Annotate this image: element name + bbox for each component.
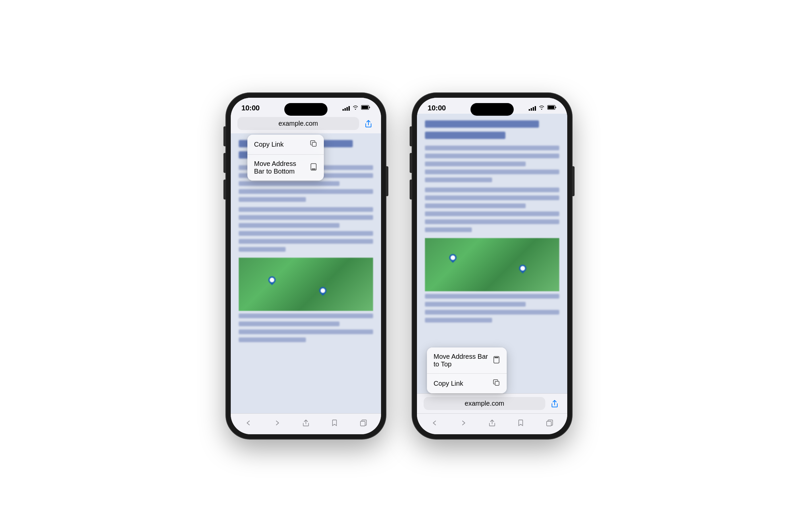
status-icons-left <box>342 105 370 111</box>
battery-icon-left <box>361 105 370 111</box>
content-line <box>239 314 373 318</box>
phone-right: 10:00 <box>412 93 572 439</box>
wifi-icon-right <box>539 105 545 111</box>
bookmarks-button-left[interactable] <box>328 416 341 430</box>
time-right: 10:00 <box>428 104 446 112</box>
tabs-button-right[interactable] <box>543 416 556 430</box>
svg-rect-1 <box>362 106 368 109</box>
web-content-left: Copy Link Move Address Bar to Bottom <box>231 133 381 413</box>
map-pin-1 <box>267 274 277 285</box>
content-line <box>239 322 340 326</box>
content-line <box>425 170 559 174</box>
content-line <box>425 294 559 299</box>
content-line <box>239 338 306 342</box>
content-line <box>425 146 559 150</box>
toolbar-left <box>231 413 381 434</box>
dynamic-island-right <box>471 103 514 116</box>
content-line <box>239 329 373 334</box>
content-line <box>425 195 559 200</box>
time-left: 10:00 <box>241 104 260 112</box>
content-line <box>239 247 286 252</box>
forward-button-left[interactable] <box>271 416 284 430</box>
phone-left-screen: 10:00 <box>231 98 381 434</box>
copy-icon-right <box>493 379 500 388</box>
tabs-button-left[interactable] <box>357 416 370 430</box>
content-line <box>425 227 472 232</box>
menu-item-move-bottom-left[interactable]: Move Address Bar to Bottom <box>247 155 324 180</box>
menu-item-copy-link-right[interactable]: Copy Link <box>427 374 507 393</box>
address-field-left[interactable]: example.com <box>238 117 359 130</box>
content-line <box>425 188 559 192</box>
status-bar-left: 10:00 <box>231 98 381 114</box>
content-line <box>425 204 526 208</box>
web-content-right: Move Address Bar to Top Copy Link <box>417 114 567 393</box>
phone-left: 10:00 <box>226 93 386 439</box>
back-button-left[interactable] <box>242 416 255 430</box>
back-button-right[interactable] <box>428 416 441 430</box>
status-bar-right: 10:00 <box>417 98 567 114</box>
map-pin-2 <box>318 285 328 296</box>
svg-rect-9 <box>494 357 498 358</box>
wifi-icon-left <box>353 105 358 111</box>
phone-right-screen: 10:00 <box>417 98 567 434</box>
context-menu-left: Copy Link Move Address Bar to Bottom <box>247 135 324 180</box>
content-line <box>239 215 373 220</box>
forward-button-right[interactable] <box>457 416 470 430</box>
content-line <box>425 318 492 323</box>
svg-rect-2 <box>312 142 316 146</box>
content-line <box>239 231 373 236</box>
content-line <box>239 181 340 186</box>
content-line <box>425 211 559 216</box>
share-button-right[interactable] <box>549 398 560 410</box>
share-toolbar-button-left[interactable] <box>299 416 312 430</box>
phone-bottom-icon-left <box>310 163 317 172</box>
toolbar-right <box>417 413 567 434</box>
bookmarks-button-right[interactable] <box>514 416 527 430</box>
context-menu-right: Move Address Bar to Top Copy Link <box>427 347 507 393</box>
phones-container: 10:00 <box>226 93 572 439</box>
svg-rect-7 <box>548 106 554 109</box>
svg-rect-4 <box>311 169 316 170</box>
content-line <box>239 239 373 244</box>
content-line <box>425 162 526 166</box>
svg-rect-10 <box>495 381 499 385</box>
content-heading-r2 <box>425 132 506 139</box>
dynamic-island-left <box>284 103 327 116</box>
menu-item-move-top-right[interactable]: Move Address Bar to Top <box>427 347 507 374</box>
map-pin-r1 <box>448 252 458 263</box>
content-line <box>425 310 559 315</box>
svg-rect-5 <box>360 421 365 426</box>
address-text-left: example.com <box>279 120 318 127</box>
map-area-right <box>425 238 559 291</box>
content-line <box>425 220 559 224</box>
address-field-right[interactable]: example.com <box>424 397 545 410</box>
content-line <box>425 154 559 158</box>
map-area-left <box>239 258 373 311</box>
battery-icon-right <box>547 105 557 111</box>
menu-item-copy-link-left[interactable]: Copy Link <box>247 135 324 155</box>
copy-icon-left <box>310 140 317 149</box>
map-pin-r2 <box>517 263 528 273</box>
content-line <box>239 223 340 228</box>
address-text-right: example.com <box>465 400 505 407</box>
phone-top-icon-right <box>493 356 500 365</box>
signal-icon-right <box>529 106 536 111</box>
content-heading-r1 <box>425 120 539 128</box>
status-icons-right <box>529 105 557 111</box>
share-button-left[interactable] <box>362 118 374 130</box>
content-line <box>239 197 306 202</box>
content-line <box>239 189 373 194</box>
svg-rect-11 <box>547 421 551 426</box>
share-toolbar-button-right[interactable] <box>486 416 499 430</box>
signal-icon-left <box>342 106 350 111</box>
content-line <box>239 207 373 212</box>
phone-left-content: 10:00 <box>231 98 381 434</box>
address-bar-right[interactable]: example.com <box>417 393 567 413</box>
phone-right-content: 10:00 <box>417 98 567 434</box>
content-line <box>425 302 526 307</box>
address-bar-left[interactable]: example.com <box>231 114 381 133</box>
content-line <box>425 177 492 182</box>
